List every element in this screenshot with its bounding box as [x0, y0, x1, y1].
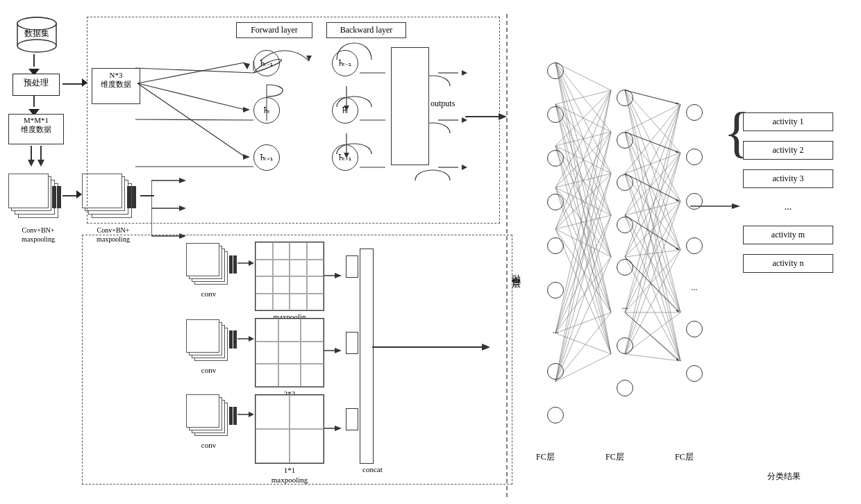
conv-bn-1-label: Conv+BN+maxpooling	[7, 226, 69, 244]
conv-label-bot: conv	[186, 441, 231, 449]
svg-line-107	[555, 215, 611, 382]
dbar-bot-b	[233, 407, 237, 425]
arrow-maxpool-top	[324, 271, 344, 280]
fc-label-2: FC层	[605, 451, 624, 463]
double-arrow-down	[28, 146, 47, 173]
arrow-maxpool-bot	[324, 423, 344, 433]
fc3-to-activities-arrow	[690, 201, 746, 211]
dataset-cylinder: 数据集	[12, 17, 61, 56]
classification-label: 分类结果	[767, 471, 801, 482]
svg-line-110	[555, 354, 611, 382]
fc-label-3: FC层	[675, 451, 694, 463]
svg-line-95	[555, 229, 611, 312]
fusion-layer-label-container: 融合层	[505, 201, 526, 340]
svg-line-117	[625, 104, 680, 132]
svg-line-108	[555, 257, 611, 382]
svg-line-127	[625, 174, 680, 312]
svg-marker-17	[249, 260, 254, 266]
outputs-label: outputs	[430, 99, 455, 109]
svg-marker-27	[335, 426, 342, 431]
svg-line-83	[555, 90, 611, 187]
dataset-label: 数据集	[12, 28, 61, 40]
cnn-conv-stack-mid: conv	[186, 319, 231, 374]
activity-dots-box: ...	[743, 198, 833, 216]
data-m-box: M*M*1维度数据	[8, 114, 64, 144]
svg-marker-21	[249, 412, 254, 417]
svg-marker-52	[243, 62, 250, 69]
concat-bar-mid	[346, 332, 358, 354]
cnn-conv-stack-bot: conv	[186, 394, 231, 449]
svg-line-106	[555, 174, 611, 382]
svg-line-62	[555, 62, 611, 90]
dbar-mid-b	[233, 330, 237, 348]
svg-marker-19	[249, 336, 254, 342]
activity-m-box: activity m	[743, 226, 833, 244]
arrow-top-conv	[237, 258, 254, 268]
arrow-1-line	[33, 54, 35, 67]
svg-marker-35	[344, 106, 349, 111]
svg-line-112	[625, 90, 680, 153]
svg-line-55	[137, 83, 245, 157]
svg-marker-25	[335, 348, 342, 353]
svg-line-81	[555, 146, 611, 312]
svg-line-76	[555, 90, 611, 146]
maxpool-grid-mid	[255, 318, 324, 387]
fc-connections	[528, 42, 736, 458]
svg-line-143	[625, 201, 680, 312]
arrow-2-line	[33, 96, 35, 107]
activity-dots-label: ...	[785, 201, 792, 212]
svg-marker-33	[306, 56, 312, 61]
arrow-mid-conv	[237, 334, 254, 344]
cnn-conv-stack-top: conv	[186, 243, 231, 298]
dbar-top-a	[229, 255, 233, 274]
svg-line-149	[625, 201, 680, 354]
svg-line-96	[555, 229, 611, 354]
preprocess-box: 预处理	[12, 74, 60, 96]
svg-line-135	[625, 104, 680, 257]
arrow-conv1-right	[62, 195, 78, 196]
svg-marker-7	[37, 146, 44, 167]
svg-line-136	[625, 153, 680, 257]
bilstm-outputs-box	[391, 47, 429, 165]
concat-bar-top	[346, 255, 358, 278]
svg-line-105	[555, 132, 611, 382]
svg-line-88	[555, 187, 611, 312]
activity-2-label: activity 2	[773, 145, 804, 155]
double-bar-1a	[52, 186, 56, 208]
activity-n-box: activity n	[743, 254, 833, 273]
arrow-pre-to-n3	[62, 83, 83, 85]
n3-to-bilstm-arrows	[137, 62, 257, 177]
svg-point-4	[17, 40, 56, 52]
arrow-conv1-right-head	[76, 190, 82, 199]
activity-3-box: activity 3	[743, 169, 833, 188]
fc-label-1: FC层	[536, 451, 555, 463]
activity-m-label: activity m	[771, 230, 805, 240]
fusion-label: 融合层	[510, 267, 522, 275]
concat-label: concat	[362, 465, 383, 473]
maxpool-grid-top	[255, 242, 324, 311]
maxpool-grid-bot	[255, 394, 324, 464]
svg-line-67	[555, 62, 611, 312]
svg-line-140	[625, 257, 680, 361]
maxpool-label-bot: 1*1maxpooling	[255, 465, 324, 485]
double-bar-1b	[57, 186, 61, 208]
svg-marker-6	[28, 146, 35, 167]
dbar-bot-a	[229, 407, 233, 425]
activity-2-box: activity 2	[743, 141, 833, 160]
svg-line-101	[555, 257, 611, 333]
activity-1-label: activity 1	[773, 117, 804, 126]
svg-line-51	[137, 62, 245, 83]
svg-line-147	[625, 104, 680, 354]
activity-boxes: activity 1 activity 2 activity 3 ... act…	[743, 112, 833, 273]
svg-line-148	[625, 153, 680, 354]
svg-line-91	[555, 132, 611, 229]
conv-label-top: conv	[186, 289, 231, 298]
svg-line-92	[555, 174, 611, 229]
conv-label-mid: conv	[186, 366, 231, 374]
concat-final-bar	[360, 249, 374, 464]
activity-1-box: activity 1	[743, 112, 833, 131]
concat-bar-bot	[346, 408, 358, 430]
svg-marker-37	[344, 153, 349, 158]
svg-line-104	[555, 90, 611, 382]
svg-marker-161	[732, 203, 740, 209]
